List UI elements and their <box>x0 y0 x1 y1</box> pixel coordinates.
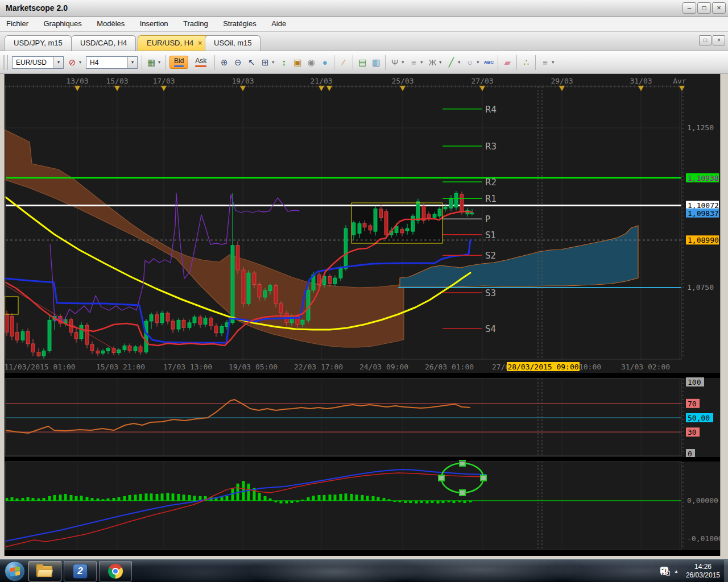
start-button[interactable] <box>5 561 25 581</box>
zoom-in-icon[interactable]: ⊕ <box>217 56 231 69</box>
svg-text:21/03: 21/03 <box>310 77 332 85</box>
ask-button[interactable]: Ask <box>191 56 211 69</box>
symbol-select[interactable]: EUR/USD ▾ <box>12 56 64 69</box>
period-select[interactable]: H4 ▾ <box>86 56 138 69</box>
zoom-out-icon[interactable]: ⊖ <box>231 56 245 69</box>
tab-usoil[interactable]: USOil, m15 <box>205 35 260 51</box>
trendline-icon[interactable]: ╱ <box>444 56 458 69</box>
toolbar-separator <box>385 55 386 70</box>
toolbar-separator <box>498 55 498 70</box>
menu-item-insertion[interactable]: Insertion <box>134 17 175 30</box>
mdi-restore-button[interactable]: □ <box>699 35 712 45</box>
trading-app-icon: 2 <box>73 564 88 579</box>
tray-date: 26/03/2015 <box>686 571 720 579</box>
maximize-button[interactable]: □ <box>697 2 711 14</box>
menu-item-aide[interactable]: Aide <box>265 17 292 30</box>
window-title: Marketscope 2.0 <box>6 3 68 13</box>
chart-window-icon[interactable]: ▥ <box>369 56 383 69</box>
trendline-icon-dropdown[interactable]: ▾ <box>458 60 463 65</box>
zoom-cursor-icon[interactable]: ↖ <box>245 56 258 69</box>
list-icon-dropdown[interactable]: ▾ <box>552 60 557 65</box>
toolbar-drag-handle[interactable] <box>3 55 8 70</box>
menu-item-graphiques[interactable]: Graphiques <box>37 17 88 30</box>
unlink-icon[interactable]: ⊘ <box>65 56 79 69</box>
ask-underline <box>195 65 206 67</box>
tab-usdjpy[interactable]: USD/JPY, m15 <box>5 35 72 51</box>
fib-levels-icon-dropdown[interactable]: ▾ <box>420 60 425 65</box>
system-tray: FR ▲ 14:26 26/03/2015 <box>660 560 725 582</box>
fan-lines-icon-dropdown[interactable]: ▾ <box>439 60 444 65</box>
ellipse-icon-dropdown[interactable]: ▾ <box>477 60 482 65</box>
svg-text:P: P <box>485 214 490 225</box>
svg-text:1,09837: 1,09837 <box>688 209 719 218</box>
tab-eurusd-active[interactable]: EUR/USD, H4× <box>138 35 211 51</box>
taskbar-trading-app-button[interactable]: 2 <box>64 561 97 581</box>
toolbar-separator <box>214 55 215 70</box>
symbol-value: EUR/USD <box>13 59 53 66</box>
toolbar-separator <box>353 55 353 70</box>
zoom-interval-icon[interactable]: ⊞ <box>258 56 272 69</box>
window-properties-icon[interactable]: ▣ <box>291 56 304 69</box>
text-label-icon[interactable]: ABC <box>482 56 495 69</box>
bid-label: Bid <box>174 57 184 65</box>
fan-lines-icon[interactable]: Ж <box>425 56 439 69</box>
folder-icon <box>36 564 53 578</box>
ask-label: Ask <box>195 57 206 65</box>
macd-panel[interactable]: 0,00000-0,01000 <box>5 457 720 556</box>
zoom-interval-icon-dropdown[interactable]: ▾ <box>272 60 277 65</box>
tray-expand-icon[interactable]: ▲ <box>674 569 679 574</box>
tab-usdcad[interactable]: USD/CAD, H4 <box>71 35 136 51</box>
chart-type-icon[interactable]: ▦ <box>144 56 158 69</box>
volume-icon[interactable] <box>660 567 670 576</box>
eraser-icon[interactable]: ▰ <box>500 56 514 69</box>
show-desktop-button[interactable] <box>725 560 728 582</box>
windows-flag-icon <box>10 567 20 576</box>
svg-text:R4: R4 <box>485 105 497 115</box>
chevron-down-icon[interactable]: ▾ <box>53 57 63 68</box>
pitchfork-icon-dropdown[interactable]: ▾ <box>402 60 407 65</box>
svg-text:1,08990: 1,08990 <box>688 236 719 244</box>
fib-levels-icon[interactable]: ≡ <box>407 56 420 69</box>
svg-text:27/03: 27/03 <box>471 77 493 85</box>
toolbar-icons: ⊕⊖↖⊞▾↕▣◉●∕▤▥Ψ▾≡▾Ж▾╱▾○▾ABC▰∴≡▾ <box>217 55 557 70</box>
chart-area: R4R3R2R1PS1S2S3S413/0315/0317/0319/0321/… <box>0 74 728 559</box>
menu-item-strategies[interactable]: Stratégies <box>217 17 263 30</box>
svg-text:28/03/2015 09:00: 28/03/2015 09:00 <box>507 363 578 371</box>
svg-text:R1: R1 <box>485 194 497 204</box>
svg-text:30: 30 <box>688 428 697 436</box>
clock[interactable]: 14:26 26/03/2015 <box>686 563 720 580</box>
bid-button[interactable]: Bid <box>169 56 188 69</box>
taskbar: 2 FR ▲ 14:26 26/03/2015 <box>0 559 728 582</box>
minimize-button[interactable]: – <box>682 2 696 14</box>
tab-close-icon[interactable]: × <box>198 39 202 47</box>
mdi-close-button[interactable]: × <box>713 35 725 45</box>
globe-icon[interactable]: ● <box>318 56 332 69</box>
unlink-dropdown-icon[interactable]: ▾ <box>79 60 84 65</box>
taskbar-explorer-button[interactable] <box>28 561 61 581</box>
snapshot-icon[interactable]: ▤ <box>355 56 369 69</box>
taskbar-chrome-button[interactable] <box>99 561 132 581</box>
fit-vertical-icon[interactable]: ↕ <box>277 56 291 69</box>
measure-icon[interactable]: ∕ <box>337 56 350 69</box>
scrollbar-right[interactable] <box>720 74 728 559</box>
resize-handle <box>481 475 486 481</box>
svg-text:15/03: 15/03 <box>106 77 128 85</box>
chevron-down-icon[interactable]: ▾ <box>127 57 137 68</box>
eye-icon[interactable]: ◉ <box>304 56 318 69</box>
title-bar: Marketscope 2.0 – □ × <box>0 0 728 17</box>
menu-item-fichier[interactable]: Fichier <box>0 17 35 30</box>
window-controls: – □ × <box>682 2 726 14</box>
pitchfork-icon[interactable]: Ψ <box>388 56 402 69</box>
svg-text:S4: S4 <box>485 324 496 334</box>
menu-item-modeles[interactable]: Modèles <box>90 17 131 30</box>
svg-text:25/03: 25/03 <box>391 77 413 85</box>
rsi-panel[interactable]: 1007050,00300 <box>5 373 720 457</box>
svg-text:22/03 17:00: 22/03 17:00 <box>294 363 343 371</box>
close-button[interactable]: × <box>712 2 726 14</box>
ellipse-icon[interactable]: ○ <box>463 56 477 69</box>
menu-item-trading[interactable]: Trading <box>177 17 214 30</box>
hierarchy-icon[interactable]: ∴ <box>519 56 533 69</box>
list-icon[interactable]: ≡ <box>538 56 552 69</box>
price-chart[interactable]: R4R3R2R1PS1S2S3S413/0315/0317/0319/0321/… <box>5 75 720 373</box>
chart-type-dropdown-icon[interactable]: ▾ <box>158 60 163 65</box>
